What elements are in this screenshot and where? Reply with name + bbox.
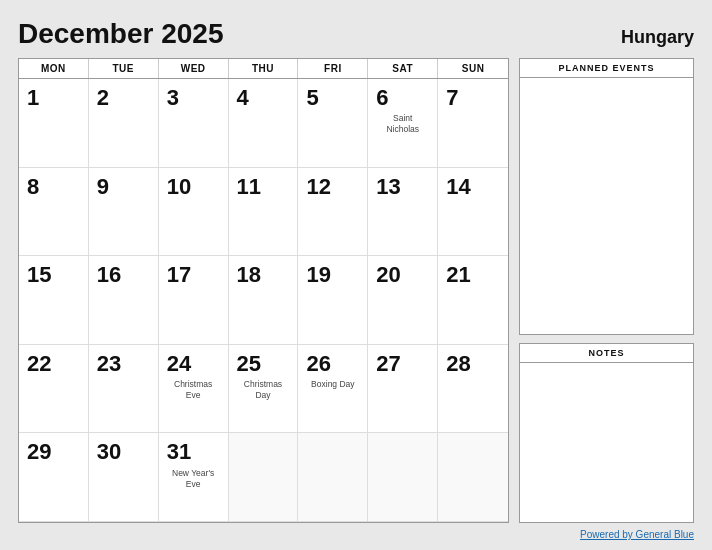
day-number: 27 [376,351,400,377]
day-number: 1 [27,85,39,111]
day-number: 5 [306,85,318,111]
event-label: Christmas Eve [167,379,220,401]
day-cell: 11 [229,168,299,257]
notes-title: NOTES [520,344,693,363]
day-number: 11 [237,174,261,200]
notes-content [520,363,693,522]
day-number: 31 [167,439,191,465]
day-number: 23 [97,351,121,377]
page-title: December 2025 [18,18,223,50]
powered-by-link[interactable]: Powered by General Blue [580,529,694,540]
day-number: 21 [446,262,470,288]
calendar-page: December 2025 Hungary MONTUEWEDTHUFRISAT… [0,0,712,550]
day-cell: 20 [368,256,438,345]
day-cell: 5 [298,79,368,168]
day-number: 2 [97,85,109,111]
day-cell [438,433,508,522]
day-cell: 7 [438,79,508,168]
day-cell: 26Boxing Day [298,345,368,434]
day-number: 20 [376,262,400,288]
day-cell: 22 [19,345,89,434]
day-number: 8 [27,174,39,200]
day-cell: 24Christmas Eve [159,345,229,434]
day-cell: 3 [159,79,229,168]
day-cell: 19 [298,256,368,345]
notes-box: NOTES [519,343,694,523]
day-header: SAT [368,59,438,78]
planned-events-box: PLANNED EVENTS [519,58,694,335]
planned-events-title: PLANNED EVENTS [520,59,693,78]
day-number: 12 [306,174,330,200]
day-number: 30 [97,439,121,465]
day-cell: 4 [229,79,299,168]
day-headers-row: MONTUEWEDTHUFRISATSUN [19,59,508,79]
day-header: MON [19,59,89,78]
day-cell: 21 [438,256,508,345]
day-number: 10 [167,174,191,200]
header: December 2025 Hungary [18,18,694,50]
day-cell: 16 [89,256,159,345]
day-cell [298,433,368,522]
day-number: 16 [97,262,121,288]
day-number: 7 [446,85,458,111]
day-number: 22 [27,351,51,377]
day-number: 18 [237,262,261,288]
day-cell: 29 [19,433,89,522]
day-number: 26 [306,351,330,377]
footer: Powered by General Blue [18,529,694,540]
event-label: New Year's Eve [167,468,220,490]
day-cell: 2 [89,79,159,168]
day-header: WED [159,59,229,78]
day-number: 6 [376,85,388,111]
day-cell: 13 [368,168,438,257]
day-number: 19 [306,262,330,288]
event-label: Saint Nicholas [376,113,429,135]
day-cell [229,433,299,522]
day-cell: 14 [438,168,508,257]
country-label: Hungary [621,27,694,48]
day-cell: 25Christmas Day [229,345,299,434]
day-header: SUN [438,59,508,78]
day-cell: 17 [159,256,229,345]
day-cell: 8 [19,168,89,257]
day-cell: 9 [89,168,159,257]
day-cell: 18 [229,256,299,345]
event-label: Christmas Day [237,379,290,401]
calendar-grid: 123456Saint Nicholas78910111213141516171… [19,79,508,522]
day-number: 13 [376,174,400,200]
day-cell: 15 [19,256,89,345]
day-number: 28 [446,351,470,377]
day-cell: 12 [298,168,368,257]
day-header: THU [229,59,299,78]
calendar-section: MONTUEWEDTHUFRISATSUN 123456Saint Nichol… [18,58,509,523]
day-header: FRI [298,59,368,78]
day-cell: 6Saint Nicholas [368,79,438,168]
day-number: 9 [97,174,109,200]
day-cell: 23 [89,345,159,434]
day-cell: 30 [89,433,159,522]
main-area: MONTUEWEDTHUFRISATSUN 123456Saint Nichol… [18,58,694,523]
day-cell: 1 [19,79,89,168]
sidebar: PLANNED EVENTS NOTES [519,58,694,523]
event-label: Boxing Day [306,379,359,390]
day-number: 3 [167,85,179,111]
planned-events-content [520,78,693,334]
day-cell [368,433,438,522]
day-cell: 31New Year's Eve [159,433,229,522]
day-number: 15 [27,262,51,288]
day-number: 24 [167,351,191,377]
day-cell: 27 [368,345,438,434]
day-number: 25 [237,351,261,377]
day-number: 14 [446,174,470,200]
day-cell: 28 [438,345,508,434]
day-number: 17 [167,262,191,288]
day-header: TUE [89,59,159,78]
day-number: 29 [27,439,51,465]
day-number: 4 [237,85,249,111]
day-cell: 10 [159,168,229,257]
